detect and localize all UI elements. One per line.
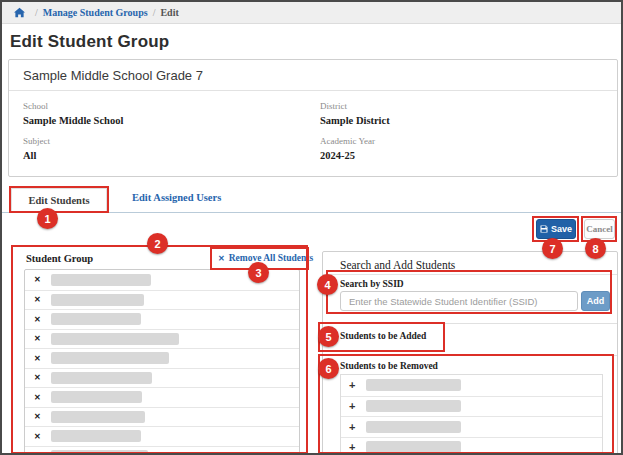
redacted-student-name (366, 379, 461, 391)
add-button[interactable]: Add (581, 291, 610, 311)
student-group-list: ✕✕✕✕✕✕✕✕✕✕ (24, 269, 300, 455)
redacted-student-name (51, 313, 141, 325)
remove-all-label: Remove All Students (229, 253, 313, 263)
academic-year-value: 2024-25 (320, 150, 617, 161)
student-row: ✕ (25, 309, 299, 329)
student-row: ✕ (25, 270, 299, 290)
redacted-student-name (366, 400, 461, 412)
search-by-ssid-label: Search by SSID (340, 279, 404, 289)
student-row: + (341, 375, 602, 396)
page-title: Edit Student Group (10, 32, 169, 52)
breadcrumb-separator: / (153, 7, 156, 18)
students-to-be-removed-list: ++++ (340, 374, 603, 455)
save-label: Save (551, 224, 572, 234)
remove-student-icon[interactable]: ✕ (34, 451, 42, 455)
student-row: + (341, 437, 602, 455)
group-info-fields: School Sample Middle School District Sam… (9, 91, 617, 161)
home-icon[interactable] (14, 7, 25, 18)
remove-student-icon[interactable]: ✕ (34, 393, 42, 402)
students-to-be-removed-heading: Students to be Removed (340, 361, 438, 371)
redacted-student-name (51, 294, 144, 306)
add-back-student-icon[interactable]: + (349, 400, 357, 412)
tab-strip-divider (2, 212, 621, 213)
student-row: ✕ (25, 329, 299, 349)
search-panel-title: Search and Add Students (340, 259, 455, 271)
student-row: ✕ (25, 407, 299, 427)
remove-student-icon[interactable]: ✕ (34, 334, 42, 343)
student-row: ✕ (25, 446, 299, 455)
group-info-card: Sample Middle School Grade 7 School Samp… (8, 59, 618, 177)
student-row: ✕ (25, 348, 299, 368)
redacted-student-name (51, 430, 141, 442)
field-subject: Subject All (23, 136, 320, 161)
save-icon (540, 225, 548, 233)
breadcrumb: / Manage Student Groups / Edit (2, 2, 621, 24)
redacted-student-name (366, 421, 461, 433)
student-row: + (341, 396, 602, 417)
tab-edit-students[interactable]: Edit Students (11, 188, 107, 212)
breadcrumb-manage-student-groups[interactable]: Manage Student Groups (43, 7, 148, 18)
field-school: School Sample Middle School (23, 101, 320, 126)
remove-student-icon[interactable]: ✕ (34, 315, 42, 324)
remove-student-icon[interactable]: ✕ (34, 295, 42, 304)
ssid-input[interactable] (340, 291, 578, 311)
divider (323, 355, 617, 356)
redacted-student-name (51, 450, 148, 455)
redacted-student-name (51, 391, 142, 403)
edit-student-group-page: { "breadcrumb": { "home_icon": "home-ico… (0, 0, 623, 455)
remove-student-icon[interactable]: ✕ (34, 373, 42, 382)
district-value: Sample District (320, 115, 617, 126)
subject-value: All (23, 150, 320, 161)
student-row: ✕ (25, 368, 299, 388)
divider (323, 274, 617, 275)
remove-student-icon[interactable]: ✕ (34, 432, 42, 441)
redacted-student-name (51, 333, 179, 345)
student-row: + (341, 416, 602, 437)
redacted-student-name (51, 411, 145, 423)
search-and-add-panel: Search and Add Students Search by SSID A… (322, 251, 618, 455)
add-back-student-icon[interactable]: + (349, 421, 357, 433)
redacted-student-name (366, 441, 461, 453)
field-district: District Sample District (320, 101, 617, 126)
school-label: School (23, 101, 320, 111)
academic-year-label: Academic Year (320, 136, 617, 146)
student-row: ✕ (25, 290, 299, 310)
remove-student-icon[interactable]: ✕ (34, 412, 42, 421)
cancel-button[interactable]: Cancel (584, 219, 615, 239)
add-back-student-icon[interactable]: + (349, 441, 357, 453)
remove-all-students-link[interactable]: ✕Remove All Students (218, 253, 313, 263)
redacted-student-name (51, 352, 169, 364)
remove-student-icon[interactable]: ✕ (34, 354, 42, 363)
subject-label: Subject (23, 136, 320, 146)
student-row: ✕ (25, 426, 299, 446)
remove-all-icon: ✕ (218, 254, 225, 263)
save-button[interactable]: Save (536, 219, 576, 239)
divider (323, 323, 617, 324)
tab-edit-assigned-users[interactable]: Edit Assigned Users (132, 192, 221, 203)
school-value: Sample Middle School (23, 115, 320, 126)
district-label: District (320, 101, 617, 111)
annotation-badge-2: 2 (147, 233, 168, 254)
breadcrumb-edit: Edit (160, 7, 178, 18)
remove-student-icon[interactable]: ✕ (34, 275, 42, 284)
student-group-heading: Student Group (26, 253, 93, 264)
breadcrumb-separator: / (35, 7, 38, 18)
redacted-student-name (51, 372, 152, 384)
students-to-be-added-heading: Students to be Added (340, 331, 426, 341)
group-name-heading: Sample Middle School Grade 7 (9, 60, 617, 91)
redacted-student-name (51, 274, 151, 286)
add-back-student-icon[interactable]: + (349, 379, 357, 391)
field-academic-year: Academic Year 2024-25 (320, 136, 617, 161)
student-row: ✕ (25, 387, 299, 407)
